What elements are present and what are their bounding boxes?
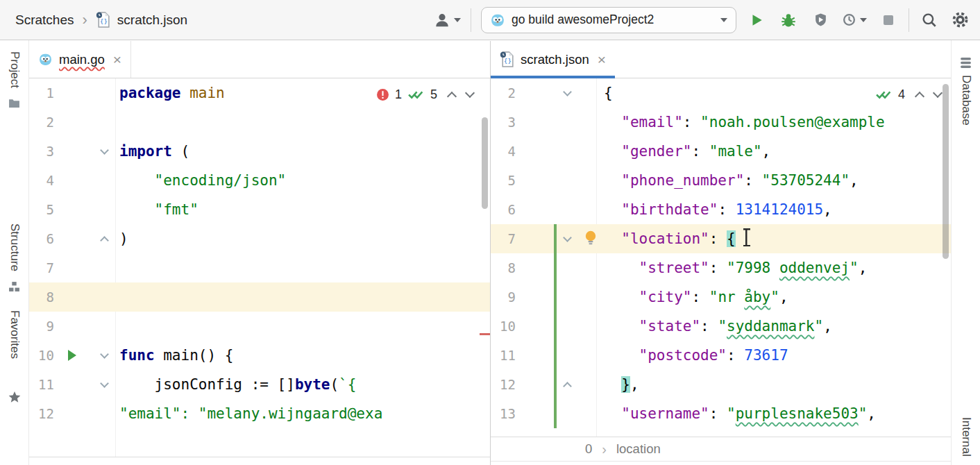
stop-button[interactable] (878, 10, 899, 31)
run-config-select[interactable]: go build awesomeProject2 (481, 7, 736, 33)
code-token: : (718, 201, 735, 218)
vertical-scrollbar-thumb[interactable] (482, 117, 488, 209)
code-line[interactable]: 5 "phone_number": "53705244", (491, 166, 951, 195)
code-token: : (744, 172, 761, 189)
code-text: "postcode": 73617 (604, 341, 788, 370)
search-everywhere-button[interactable] (919, 10, 940, 31)
breadcrumb-item-index[interactable]: 0 (585, 441, 592, 457)
fold-marker-icon[interactable] (100, 146, 109, 155)
code-token: " (727, 405, 736, 422)
chevron-right-icon: › (81, 12, 88, 28)
inspections-widget[interactable]: 1 5 (376, 87, 473, 102)
toolwindow-internal[interactable]: Internal (959, 417, 973, 457)
code-token: jsonConfig := [] (119, 376, 295, 393)
profiler-button[interactable] (842, 12, 867, 27)
line-number: 11 (491, 341, 516, 370)
toolwindow-structure[interactable]: Structure (8, 223, 22, 271)
fold-marker-icon[interactable] (100, 379, 109, 388)
code-line[interactable]: 2 (29, 108, 490, 137)
tab-main-go[interactable]: main.go × (29, 41, 131, 78)
run-button[interactable] (746, 10, 767, 31)
code-line[interactable]: 4 "gender": "male", (491, 137, 951, 166)
chevron-down-icon (720, 18, 727, 22)
database-icon[interactable] (960, 57, 972, 69)
code-text: "phone_number": "53705244", (604, 166, 859, 195)
vertical-scrollbar-thumb[interactable] (943, 84, 949, 259)
close-icon[interactable]: × (598, 52, 606, 67)
run-gutter-icon[interactable] (68, 350, 76, 361)
code-token (604, 405, 621, 422)
code-token: : (691, 143, 709, 160)
code-editor-area[interactable]: 2{3 "email": "noah.poulsen@example4 "gen… (491, 78, 951, 437)
arrow-down-icon[interactable] (933, 88, 943, 98)
double-check-icon (875, 89, 893, 101)
toolwindow-favorites[interactable]: Favorites (8, 310, 22, 359)
code-line[interactable]: 11 jsonConfig := []byte(`{ (29, 370, 490, 399)
ide-window: Scratches › {} scratch.json go build awe… (0, 0, 980, 465)
fold-marker-icon[interactable] (563, 87, 572, 96)
line-number: 12 (491, 370, 516, 399)
code-line[interactable]: 5 "fmt" (29, 195, 490, 224)
code-line[interactable]: 8 (29, 282, 490, 312)
fold-marker-icon[interactable] (100, 350, 109, 359)
code-token: " (770, 289, 779, 305)
star-icon[interactable] (8, 391, 21, 403)
code-line[interactable]: 8 "street": "7998 oddenvej", (491, 253, 951, 282)
settings-gear-icon[interactable] (949, 10, 970, 31)
code-line[interactable]: 6 "birthdate": 1314124015, (491, 195, 951, 224)
coverage-button[interactable] (810, 10, 831, 31)
tab-scratch-json[interactable]: {} scratch.json × (491, 41, 615, 78)
fold-marker-icon[interactable] (563, 233, 572, 242)
toolwindow-database[interactable]: Database (959, 75, 973, 126)
arrow-up-icon[interactable] (447, 92, 457, 101)
code-line[interactable]: 3import ( (29, 137, 490, 166)
svg-text:{}: {} (504, 57, 512, 65)
right-toolwindow-bar: Database Internal (951, 40, 980, 465)
code-line[interactable]: 7 (29, 253, 490, 282)
editor-tabbar: main.go × (29, 41, 490, 78)
debug-button[interactable] (778, 10, 799, 31)
line-number: 13 (491, 399, 516, 428)
code-line[interactable]: 7 "location": { (491, 224, 951, 253)
go-file-icon (490, 12, 505, 28)
code-line[interactable]: 12"email": "melany.wijngaard@exa (29, 399, 490, 428)
close-icon[interactable]: × (113, 52, 121, 67)
user-menu[interactable] (434, 12, 461, 28)
line-number: 8 (29, 282, 54, 312)
line-number: 2 (29, 108, 54, 137)
code-token (604, 172, 621, 189)
fold-marker-icon[interactable] (100, 236, 109, 245)
code-text: "encoding/json" (119, 166, 286, 195)
code-line[interactable]: 3 "email": "noah.poulsen@example (491, 108, 951, 137)
breadcrumb-item-file[interactable]: scratch.json (117, 12, 187, 28)
code-text: jsonConfig := []byte(`{ (119, 370, 356, 399)
code-lines: 2{3 "email": "noah.poulsen@example4 "gen… (491, 78, 951, 428)
arrow-down-icon[interactable] (465, 88, 475, 98)
code-token: , (630, 376, 639, 393)
code-token (181, 85, 190, 101)
breadcrumb: Scratches › {} scratch.json (15, 12, 187, 28)
code-line[interactable]: 11 "postcode": 73617 (491, 341, 951, 370)
code-line[interactable]: 12 }, (491, 370, 951, 399)
code-line[interactable]: 6) (29, 224, 490, 253)
code-line[interactable]: 13 "username": "purplesnake503", (491, 399, 951, 428)
code-line[interactable]: 10 "state": "syddanmark", (491, 312, 951, 341)
arrow-up-icon[interactable] (915, 92, 924, 101)
folder-icon[interactable] (8, 98, 20, 108)
code-token: main() { (155, 347, 234, 364)
code-line[interactable]: 10func main() { (29, 341, 490, 370)
breadcrumb-item-node[interactable]: location (616, 441, 661, 457)
code-line[interactable]: 4 "encoding/json" (29, 166, 490, 195)
fold-marker-icon[interactable] (563, 382, 572, 391)
code-line[interactable]: 9 (29, 312, 490, 341)
toolwindow-project[interactable]: Project (8, 51, 22, 88)
code-text: "birthdate": 1314124015, (604, 195, 832, 224)
breadcrumb-item-scratches[interactable]: Scratches (15, 12, 74, 28)
structure-icon[interactable] (8, 281, 20, 292)
code-editor-area[interactable]: 1package main23import (4 "encoding/json"… (29, 78, 490, 457)
error-stripe-mark[interactable] (480, 333, 490, 335)
code-token: "encoding/json" (155, 172, 287, 189)
inspections-widget[interactable]: 4 (875, 87, 941, 102)
code-line[interactable]: 9 "city": "nr åby", (491, 282, 951, 312)
intention-bulb-icon[interactable] (584, 230, 598, 248)
